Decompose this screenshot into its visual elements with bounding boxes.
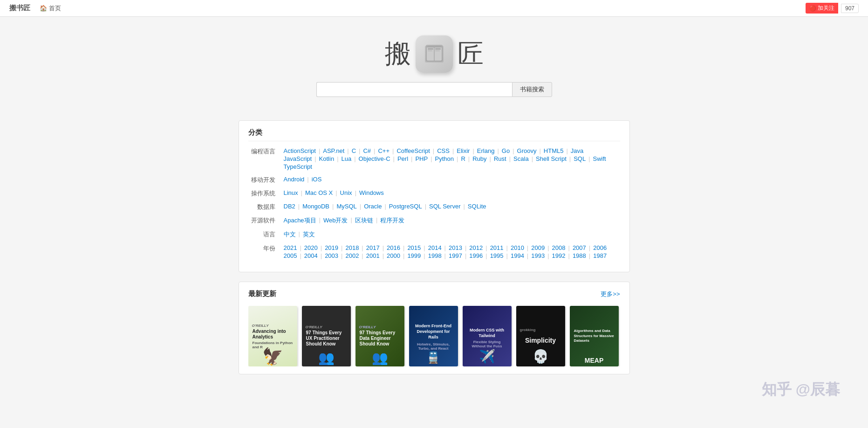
cat-link[interactable]: Python (432, 155, 457, 163)
cat-link[interactable]: Perl (395, 155, 411, 163)
cat-link[interactable]: 2001 (363, 252, 383, 260)
cat-link[interactable]: 区块链 (352, 216, 376, 225)
cat-link[interactable]: Swift (590, 155, 609, 163)
cat-link[interactable]: DB2 (281, 202, 298, 210)
cat-link[interactable]: TypeScript (281, 163, 315, 171)
cat-link[interactable]: 2007 (570, 244, 589, 252)
cat-link[interactable]: PostgreSQL (386, 202, 425, 210)
cat-link[interactable]: 2008 (549, 244, 568, 252)
cat-link[interactable]: Kotlin (316, 155, 337, 163)
cat-link[interactable]: 2018 (342, 244, 362, 252)
cat-link[interactable]: 2006 (590, 244, 609, 252)
cat-link[interactable]: 1987 (590, 252, 609, 260)
book-item[interactable]: Modern Front-End Development for Rails H… (409, 306, 458, 366)
cat-link[interactable]: 2014 (425, 244, 444, 252)
cat-link[interactable]: Groovy (514, 147, 540, 155)
cat-link[interactable]: 2003 (322, 252, 341, 260)
cat-link[interactable]: 2015 (404, 244, 424, 252)
follow-button[interactable]: 🔴 加关注 (806, 3, 838, 14)
cat-link[interactable]: C++ (375, 147, 392, 155)
book-publisher-label: O'REILLY (251, 324, 269, 328)
book-item[interactable]: O'REILLY 97 Things Every Data Engineer S… (355, 306, 404, 366)
cat-link[interactable]: CSS (434, 147, 452, 155)
cat-link[interactable]: CoffeeScript (394, 147, 432, 155)
cat-link[interactable]: 2019 (322, 244, 341, 252)
cat-link[interactable]: ASP.net (320, 147, 347, 155)
book-item[interactable]: O'REILLY Advancing into Analytics Founda… (248, 306, 297, 366)
cat-link[interactable]: 1993 (528, 252, 547, 260)
cat-link[interactable]: SQL Server (426, 202, 463, 210)
cat-link[interactable]: Unix (337, 189, 355, 197)
book-item[interactable]: grokking Simplicity 💀 (516, 306, 565, 366)
cat-link[interactable]: 1998 (425, 252, 444, 260)
book-item[interactable]: Modern CSS with Tailwind Flexible Stylin… (463, 306, 512, 366)
cat-link[interactable]: Elixir (454, 147, 472, 155)
cat-link[interactable]: SQLite (465, 202, 489, 210)
cat-link[interactable]: 2002 (342, 252, 362, 260)
cat-link[interactable]: 2000 (384, 252, 403, 260)
book-cover: O'REILLY Advancing into Analytics Founda… (248, 306, 297, 366)
cat-link[interactable]: 1997 (446, 252, 465, 260)
cat-link[interactable]: 1995 (487, 252, 506, 260)
cat-link[interactable]: Lua (339, 155, 355, 163)
cat-link[interactable]: Linux (281, 189, 301, 197)
cat-link[interactable]: 1996 (466, 252, 485, 260)
cat-link[interactable]: Mac OS X (302, 189, 335, 197)
nav-home-link[interactable]: 🏠 首页 (40, 4, 61, 13)
cat-link[interactable]: C# (360, 147, 374, 155)
topbar-left: 搬书匠 🏠 首页 (9, 4, 61, 13)
cat-link[interactable]: Windows (356, 189, 387, 197)
cat-link[interactable]: PHP (412, 155, 431, 163)
cat-link[interactable]: Apache项目 (281, 216, 319, 225)
cat-link-ruby[interactable]: Ruby (470, 155, 489, 163)
cat-link[interactable]: 1999 (404, 252, 424, 260)
cat-link[interactable]: JavaScript (281, 155, 315, 163)
cat-link[interactable]: 英文 (300, 230, 318, 239)
cat-link[interactable]: SQL (571, 155, 588, 163)
cat-link[interactable]: Scala (511, 155, 532, 163)
cat-link[interactable]: HTML5 (541, 147, 567, 155)
cat-link[interactable]: 程序开发 (377, 216, 407, 225)
cat-link[interactable]: 2021 (281, 244, 300, 252)
topbar-right: 🔴 加关注 907 (806, 3, 859, 14)
cat-link[interactable]: 2012 (466, 244, 485, 252)
search-input[interactable] (316, 82, 512, 97)
cat-link[interactable]: 1992 (549, 252, 568, 260)
cat-link[interactable]: 2004 (301, 252, 321, 260)
cat-link[interactable]: C (349, 147, 359, 155)
book-people-art: 👥 (302, 350, 351, 366)
cat-link[interactable]: 2011 (487, 244, 506, 252)
cat-link[interactable]: iOS (309, 175, 325, 183)
book-item[interactable]: O'REILLY 97 Things Every UX Practitioner… (302, 306, 351, 366)
cat-link[interactable]: Web开发 (321, 216, 351, 225)
category-row-opensource: 开源软件 Apache项目| Web开发| 区块链| 程序开发 (248, 216, 620, 225)
search-button[interactable]: 书籍搜索 (512, 82, 552, 97)
cat-link[interactable]: R (458, 155, 468, 163)
cat-link[interactable]: 2005 (281, 252, 300, 260)
cat-link-shell-script[interactable]: Shell Script (533, 155, 569, 163)
cat-link[interactable]: 2020 (301, 244, 321, 252)
cat-link[interactable]: Android (281, 175, 308, 183)
cat-link[interactable]: MySQL (334, 202, 359, 210)
cat-link[interactable]: 2016 (384, 244, 403, 252)
more-link[interactable]: 更多>> (601, 290, 620, 298)
cat-link[interactable]: 中文 (281, 230, 299, 239)
cat-link[interactable]: Rust (491, 155, 509, 163)
category-row-db: 数据库 DB2| MongoDB| MySQL| Oracle| Postgre… (248, 202, 620, 211)
cat-link[interactable]: 2017 (363, 244, 383, 252)
cat-link[interactable]: Objective-C (356, 155, 393, 163)
cat-link[interactable]: 2010 (508, 244, 527, 252)
logo-char-right: 匠 (458, 36, 484, 72)
cat-link[interactable]: Oracle (361, 202, 384, 210)
book-item[interactable]: Algorithms and Data Structures for Massi… (570, 306, 619, 366)
cat-link[interactable]: 2009 (528, 244, 547, 252)
book-cover: O'REILLY 97 Things Every Data Engineer S… (355, 306, 404, 366)
cat-link[interactable]: MongoDB (300, 202, 332, 210)
cat-link[interactable]: Erlang (474, 147, 498, 155)
cat-link[interactable]: Go (499, 147, 513, 155)
cat-link[interactable]: Java (568, 147, 586, 155)
cat-link[interactable]: 1994 (508, 252, 527, 260)
cat-link[interactable]: 1988 (570, 252, 589, 260)
cat-link[interactable]: ActionScript (281, 147, 319, 155)
cat-link[interactable]: 2013 (446, 244, 465, 252)
